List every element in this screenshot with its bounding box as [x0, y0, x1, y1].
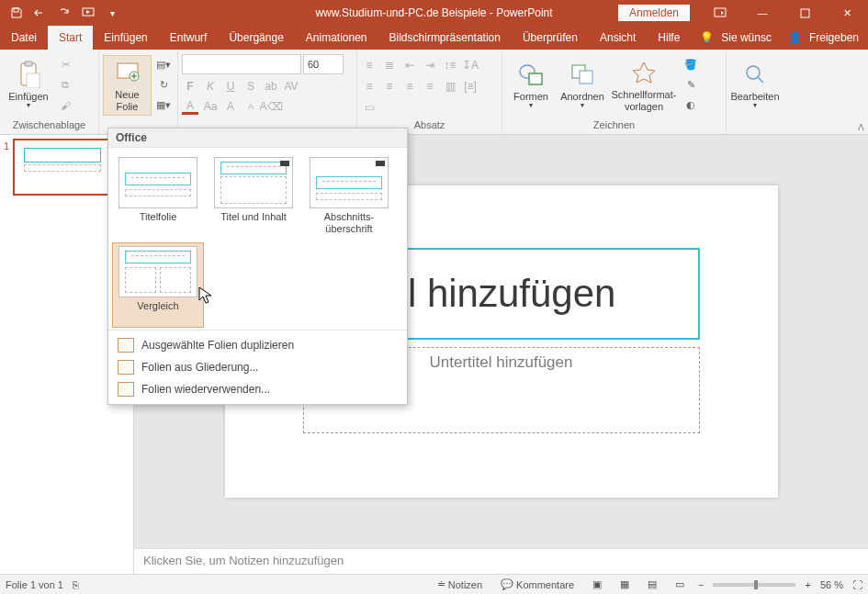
collapse-ribbon-icon[interactable]: ᐱ [858, 122, 864, 132]
font-color-icon[interactable]: A [182, 98, 198, 115]
new-slide-gallery: Office Titelfolie Titel und Inhalt Absch… [107, 128, 408, 405]
edit-button[interactable]: Bearbeiten▾ [730, 55, 780, 116]
shape-fill-icon[interactable]: 🪣 [681, 56, 701, 74]
cut-icon[interactable]: ✂ [55, 56, 75, 74]
layout-vergleich[interactable]: Vergleich [112, 242, 204, 328]
justify-icon[interactable]: ≡ [422, 78, 438, 95]
slideshow-view-icon[interactable]: ▭ [671, 578, 689, 590]
menu-duplicate-slides[interactable]: Ausgewählte Folien duplizieren [108, 334, 407, 356]
svg-rect-5 [25, 62, 32, 66]
new-slide-button[interactable]: Neue Folie [103, 55, 152, 116]
format-painter-icon[interactable]: 🖌 [55, 96, 75, 115]
shrink-font-icon[interactable]: A [242, 98, 259, 115]
fit-window-icon[interactable]: ⛶ [852, 579, 862, 590]
maximize-icon[interactable] [783, 0, 826, 26]
grow-font-icon[interactable]: A [222, 98, 239, 115]
notes-pane[interactable]: Klicken Sie, um Notizen hinzuzufügen [134, 548, 868, 574]
tab-hilfe[interactable]: Hilfe [647, 26, 691, 50]
bold-button[interactable]: F [182, 78, 198, 95]
new-slide-icon [113, 58, 142, 87]
title-bar: ▾ www.Studium-und-PC.de Beispiele - Powe… [0, 0, 868, 26]
undo-icon[interactable] [29, 2, 51, 24]
font-name-input[interactable] [182, 54, 301, 74]
svg-rect-10 [529, 73, 542, 84]
reading-view-icon[interactable]: ▤ [643, 578, 661, 590]
change-case-icon[interactable]: Aa [202, 98, 219, 115]
underline-button[interactable]: U [222, 78, 239, 95]
tab-start[interactable]: Start [48, 26, 93, 50]
redo-icon[interactable] [53, 2, 75, 24]
slideshow-from-start-icon[interactable] [77, 2, 99, 24]
ribbon-display-options-icon[interactable] [699, 0, 741, 26]
quick-styles-button[interactable]: Schnellformat- vorlagen [609, 55, 679, 116]
text-direction-icon[interactable]: ↧A [462, 57, 479, 73]
line-spacing-icon[interactable]: ↕≡ [442, 57, 458, 73]
italic-button[interactable]: K [202, 78, 219, 95]
thumbnail-preview[interactable] [13, 139, 112, 196]
zoom-level[interactable]: 56 % [820, 579, 843, 590]
shape-outline-icon[interactable]: ✎ [681, 76, 701, 95]
shapes-icon [516, 60, 546, 89]
strike-button[interactable]: S [242, 78, 259, 95]
clear-format-icon[interactable]: A⌫ [263, 98, 279, 115]
tab-uebergaenge[interactable]: Übergänge [218, 26, 294, 50]
zoom-in-button[interactable]: + [805, 579, 810, 590]
paste-button[interactable]: Einfügen ▾ [4, 55, 53, 116]
sorter-view-icon[interactable]: ▦ [615, 578, 634, 590]
arrange-button[interactable]: Anordnen▾ [558, 55, 607, 116]
signin-button[interactable]: Anmelden [618, 5, 690, 21]
layout-icon[interactable]: ▤▾ [153, 56, 174, 74]
qat-customize-icon[interactable]: ▾ [101, 2, 123, 24]
save-icon[interactable] [6, 2, 28, 24]
font-size-input[interactable]: 60 [303, 54, 344, 74]
shapes-button[interactable]: Formen▾ [506, 55, 556, 116]
tab-ueberpruefen[interactable]: Überprüfen [512, 26, 589, 50]
section-icon[interactable]: ▦▾ [153, 96, 174, 115]
tab-animationen[interactable]: Animationen [295, 26, 378, 50]
tab-datei[interactable]: Datei [0, 26, 48, 50]
decrease-indent-icon[interactable]: ⇤ [401, 57, 418, 73]
tell-me-text[interactable]: Sie wünsc [721, 31, 772, 44]
align-left-icon[interactable]: ≡ [361, 78, 378, 95]
spellcheck-icon[interactable]: ⎘ [73, 579, 79, 590]
notes-button[interactable]: ≐ Notizen [433, 578, 487, 590]
quick-styles-icon [629, 58, 659, 87]
layout-titel-und-inhalt[interactable]: Titel und Inhalt [208, 153, 299, 239]
convert-smartart-icon[interactable]: ▭ [361, 99, 378, 116]
find-icon [740, 60, 770, 89]
tab-bildschirmpraesentation[interactable]: Bildschirmpräsentation [378, 26, 512, 50]
arrange-icon [568, 60, 597, 89]
numbering-icon[interactable]: ≣ [381, 57, 398, 73]
align-text-icon[interactable]: [≡] [462, 78, 479, 95]
copy-icon[interactable]: ⧉ [55, 76, 75, 95]
slide-count: Folie 1 von 1 [6, 579, 63, 590]
layout-abschnittsueberschrift[interactable]: Abschnitts- überschrift [303, 153, 395, 239]
menu-reuse-slides[interactable]: Folien wiederverwenden... [108, 378, 407, 400]
menu-slides-from-outline[interactable]: Folien aus Gliederung... [108, 356, 407, 378]
share-icon[interactable]: 👤 [788, 31, 802, 44]
outline-icon [118, 360, 134, 375]
layout-titelfolie[interactable]: Titelfolie [112, 153, 204, 239]
zoom-slider[interactable] [713, 583, 795, 587]
share-button[interactable]: Freigeben [809, 31, 859, 44]
tab-entwurf[interactable]: Entwurf [159, 26, 219, 50]
tab-ansicht[interactable]: Ansicht [589, 26, 647, 50]
align-center-icon[interactable]: ≡ [381, 78, 398, 95]
normal-view-icon[interactable]: ▣ [588, 578, 606, 590]
text-shadow-icon[interactable]: ab [263, 78, 279, 95]
align-right-icon[interactable]: ≡ [401, 78, 418, 95]
columns-icon[interactable]: ▥ [442, 78, 458, 95]
char-spacing-icon[interactable]: AV [283, 78, 299, 95]
zoom-out-button[interactable]: − [698, 579, 704, 590]
svg-rect-12 [580, 71, 592, 84]
bullets-icon[interactable]: ≡ [361, 57, 378, 73]
reset-icon[interactable]: ↻ [153, 76, 174, 95]
comments-button[interactable]: 💬 Kommentare [496, 578, 579, 590]
svg-point-13 [747, 66, 760, 79]
minimize-icon[interactable]: — [741, 0, 783, 26]
increase-indent-icon[interactable]: ⇥ [422, 57, 438, 73]
lightbulb-icon[interactable]: 💡 [700, 31, 714, 44]
close-icon[interactable]: ✕ [826, 0, 868, 26]
shape-effects-icon[interactable]: ◐ [681, 96, 701, 115]
tab-einfuegen[interactable]: Einfügen [93, 26, 158, 50]
